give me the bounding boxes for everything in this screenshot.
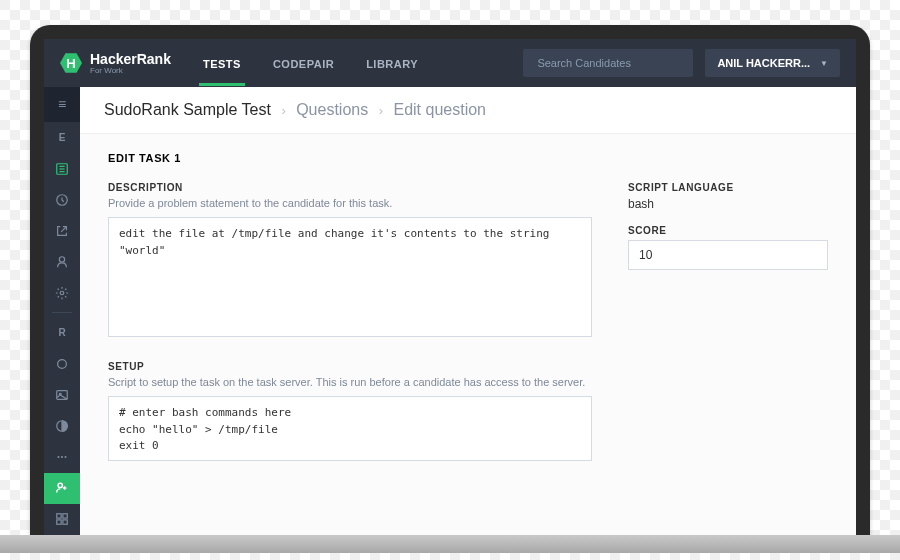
brand-subtitle: For Work [90,66,171,75]
svg-point-12 [61,456,63,458]
svg-point-11 [57,456,59,458]
tab-codepair[interactable]: CODEPAIR [269,41,338,86]
svg-point-14 [58,484,62,488]
score-input[interactable] [628,240,828,270]
content-area: SudoRank Sample Test › Questions › Edit … [80,87,856,535]
list-icon[interactable] [44,153,80,184]
contrast-icon[interactable] [44,411,80,442]
logo-hex-icon: H [60,52,82,74]
description-textarea[interactable] [108,217,592,337]
laptop-frame: H HackerRank For Work TESTS CODEPAIR LIB… [30,25,870,535]
svg-point-6 [60,291,64,295]
external-link-icon[interactable] [44,215,80,246]
svg-point-13 [64,456,66,458]
script-language-value: bash [628,197,828,211]
chevron-right-icon: › [379,103,383,118]
main-panel: EDIT TASK 1 DESCRIPTION Provide a proble… [80,134,856,535]
svg-point-7 [58,360,67,369]
breadcrumb-mid[interactable]: Questions [296,101,368,118]
edit-task-title: EDIT TASK 1 [108,152,828,164]
nav-tabs: TESTS CODEPAIR LIBRARY [199,41,422,86]
left-sidebar: ≡ E R [44,87,80,535]
svg-rect-18 [63,520,67,524]
add-user-button[interactable] [44,473,80,504]
sidebar-section-e[interactable]: E [44,122,80,153]
user-menu[interactable]: ANIL HACKERR... ▼ [705,49,840,77]
breadcrumb-leaf: Edit question [393,101,486,118]
brand-name: HackerRank [90,52,171,66]
setup-helper: Script to setup the task on the task ser… [108,376,592,388]
menu-icon[interactable]: ≡ [44,87,80,122]
circle-icon[interactable] [44,348,80,379]
brand-logo[interactable]: H HackerRank For Work [60,52,171,75]
search-input[interactable] [523,49,693,77]
gear-icon[interactable] [44,277,80,308]
breadcrumb: SudoRank Sample Test › Questions › Edit … [80,87,856,134]
user-label: ANIL HACKERR... [717,57,810,69]
app-screen: H HackerRank For Work TESTS CODEPAIR LIB… [44,39,856,535]
sidebar-divider [52,312,72,313]
more-icon[interactable] [44,442,80,473]
top-nav: H HackerRank For Work TESTS CODEPAIR LIB… [44,39,856,87]
score-label: SCORE [628,225,828,236]
sidebar-section-r[interactable]: R [44,317,80,348]
description-helper: Provide a problem statement to the candi… [108,197,592,209]
chevron-right-icon: › [281,103,285,118]
description-label: DESCRIPTION [108,182,592,193]
tab-library[interactable]: LIBRARY [362,41,422,86]
image-icon[interactable] [44,380,80,411]
script-language-label: SCRIPT LANGUAGE [628,182,828,193]
tab-tests[interactable]: TESTS [199,41,245,86]
grid-icon[interactable] [44,504,80,535]
chevron-down-icon: ▼ [820,59,828,68]
setup-textarea[interactable] [108,396,592,461]
svg-point-5 [59,257,64,262]
breadcrumb-root[interactable]: SudoRank Sample Test [104,101,271,118]
svg-rect-15 [57,514,61,518]
clock-icon[interactable] [44,184,80,215]
svg-rect-16 [63,514,67,518]
setup-label: SETUP [108,361,592,372]
user-icon[interactable] [44,246,80,277]
svg-rect-17 [57,520,61,524]
